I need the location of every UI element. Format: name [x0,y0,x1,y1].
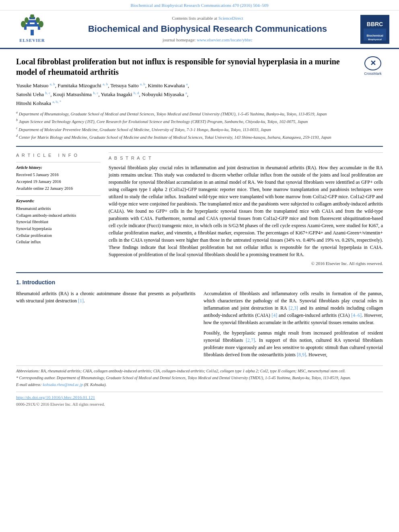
intro-para-1: Rheumatoid arthritis (RA) is a chronic a… [16,290,195,304]
email-link[interactable]: kohsaka.rheu@tmd.ac.jp [43,382,83,387]
intro-section: 1. Introduction Rheumatoid arthritis (RA… [16,279,383,362]
svg-rect-1 [24,24,40,27]
doi-link[interactable]: http://dx.doi.org/10.1016/j.bbrc.2016.01… [16,394,383,401]
keyword-5: Cellular proliferation [16,233,101,239]
info-abstract-columns: A R T I C L E I N F O Article history: R… [16,152,383,267]
journal-citation-bar: Biochemical and Biophysical Research Com… [0,0,399,10]
section-divider [16,146,383,147]
intro-right-col: Accumulation of fibroblasts and inflamma… [204,290,383,362]
ref-2-3-link[interactable]: [2,3] [289,305,298,311]
crossmark-label: CrossMark [364,71,382,76]
author-2: Fumitaka Mizoguchi a, b, [58,82,110,88]
keyword-1: Rheumatoid arthritis [16,206,101,212]
homepage-line: journal homepage: www.elsevier.com/locat… [56,37,359,43]
history-label: Article history: [16,165,101,171]
ref-1-link[interactable]: [1] [78,298,84,304]
publisher-logo-area: ELSEVIER [8,14,56,43]
issn-line: 0006-291X/© 2016 Elsevier Inc. All right… [16,402,383,408]
author-4: Kimito Kawahata a, [148,82,189,88]
svg-rect-5 [38,27,40,30]
intro-left-col: Rheumatoid arthritis (RA) is a chronic a… [16,290,195,362]
received-date: Received 5 January 2016 [16,172,101,178]
keywords-block: Keywords: Rheumatoid arthritis Collagen … [16,195,101,245]
title-section: Local fibroblast proliferation but not i… [16,53,383,77]
article-info-column: A R T I C L E I N F O Article history: R… [16,152,101,267]
intro-para-2: Accumulation of fibroblasts and inflamma… [204,290,383,326]
elsevier-logo [16,14,48,37]
crossmark-badge[interactable]: ✕ CrossMark [363,56,383,76]
footer-area: http://dx.doi.org/10.1016/j.bbrc.2016.01… [16,392,383,408]
svg-rect-0 [31,30,34,35]
journal-title-area: Contents lists available at ScienceDirec… [56,15,359,43]
svg-rect-7 [35,23,37,24]
svg-text:BBRC: BBRC [367,21,383,27]
keyword-2: Collagen antibody-induced arthritis [16,213,101,219]
affiliations-list: a Department of Rheumatology, Graduate S… [16,110,383,140]
elsevier-label: ELSEVIER [19,37,45,43]
ref-4-6-link[interactable]: [4–6] [351,312,362,318]
copyright-line: © 2016 Elsevier Inc. All rights reserved… [109,261,383,267]
author-6: Kouji Matsushima b, c, [53,91,101,97]
svg-point-10 [25,17,29,23]
author-9: Hitoshi Kohsaka a, b, * [16,100,61,106]
svg-rect-6 [27,23,30,24]
svg-point-11 [36,17,40,23]
affiliation-d: d Center for Matrix Biology and Medicine… [16,134,383,140]
keywords-label: Keywords: [16,198,101,204]
svg-rect-4 [24,27,27,30]
crossmark-icon: ✕ [364,56,381,70]
contents-label: Contents lists available at ScienceDirec… [56,15,359,21]
article-history-block: Article history: Received 5 January 2016… [16,162,101,192]
abstract-text: Synovial fibroblasts play crucial roles … [109,164,383,258]
abstract-column: A B S T R A C T Synovial fibroblasts pla… [109,152,383,267]
intro-heading: 1. Introduction [16,279,383,287]
affiliation-a: a Department of Rheumatology, Graduate S… [16,110,383,117]
keyword-6: Cellular influx [16,239,101,245]
affiliation-b: b Japan Science and Technology Agency (J… [16,118,383,125]
keyword-3: Synovial fibroblast [16,219,101,225]
homepage-link[interactable]: www.elsevier.com/locate/ybbrc [197,37,253,42]
author-8: Nobuyuki Miyasaka a, [142,91,188,97]
svg-text:Biophysical: Biophysical [368,38,382,41]
affiliation-c: c Department of Molecular Preventive Med… [16,126,383,133]
keyword-4: Synovial hyperplasia [16,226,101,232]
journal-citation-text: Biochemical and Biophysical Research Com… [130,3,268,8]
author-7: Yutaka Inagaki b, d, [101,91,142,97]
journal-header: ELSEVIER Contents lists available at Sci… [0,10,399,49]
article-title: Local fibroblast proliferation but not i… [16,56,363,77]
author-1: Yusuke Matsuo a, b, [16,82,58,88]
intro-divider [16,272,383,273]
sciencedirect-link[interactable]: ScienceDirect [218,16,243,21]
abstract-heading: A B S T R A C T [109,152,383,161]
accepted-date: Accepted 19 January 2016 [16,179,101,185]
author-5: Satoshi Ueha b, c, [16,91,53,97]
article-info-heading: A R T I C L E I N F O [16,152,101,158]
abbreviations-footnote: Abbreviations: RA, rheumatoid arthritis;… [16,368,383,374]
ref-2-7-link[interactable]: [2,7] [246,337,255,343]
intro-columns: Rheumatoid arthritis (RA) is a chronic a… [16,290,383,362]
author-3: Tetsuya Saito a, b, [110,82,148,88]
svg-text:Biochemical: Biochemical [366,34,383,37]
authors-list: Yusuke Matsuo a, b, Fumitaka Mizoguchi a… [16,81,383,108]
corresponding-author-footnote: * Corresponding author. Department of Rh… [16,375,383,381]
bbrc-logo: BBRC Biochemical Biophysical [360,15,389,44]
svg-rect-2 [27,20,37,23]
ref-8-9-link[interactable]: [8,9] [297,352,306,357]
intro-para-3: Possibly, the hyperplastic pannus might … [204,329,383,358]
footnotes-area: Abbreviations: RA, rheumatoid arthritis;… [16,366,383,388]
available-date: Available online 22 January 2016 [16,186,101,192]
article-body: Local fibroblast proliferation but not i… [0,49,399,416]
bbrc-logo-area: BBRC Biochemical Biophysical [359,15,391,44]
ref-4-link[interactable]: [4] [271,312,277,318]
journal-name: Biochemical and Biophysical Research Com… [56,23,359,35]
email-footnote: E-mail address: kohsaka.rheu@tmd.ac.jp (… [16,382,383,388]
